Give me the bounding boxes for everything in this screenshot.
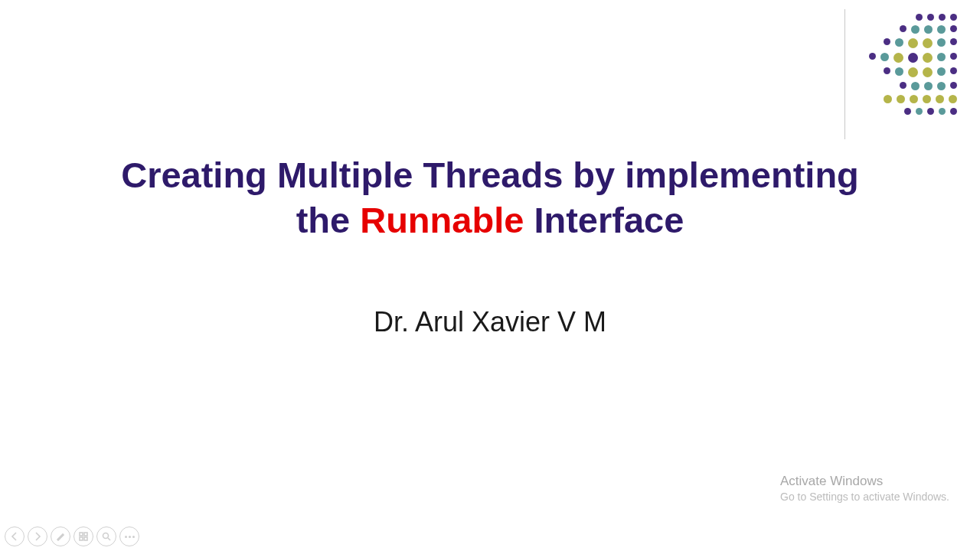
svg-point-4 xyxy=(103,533,109,539)
decorative-dot-grid xyxy=(869,14,957,115)
svg-rect-0 xyxy=(80,533,83,536)
grid-icon xyxy=(79,532,88,541)
chevron-right-icon xyxy=(33,532,42,541)
svg-rect-3 xyxy=(84,537,87,540)
pen-icon xyxy=(56,532,65,541)
slideshow-toolbar xyxy=(5,527,139,546)
watermark-line2: Go to Settings to activate Windows. xyxy=(780,490,949,505)
see-all-slides-button[interactable] xyxy=(74,527,93,546)
title-highlight-word: Runnable xyxy=(360,200,524,240)
slide-author: Dr. Arul Xavier V M xyxy=(46,306,934,338)
title-line1: Creating Multiple Threads by implementin… xyxy=(121,155,859,195)
slide-title: Creating Multiple Threads by implementin… xyxy=(46,153,934,243)
title-line2-pre: the xyxy=(296,200,361,240)
title-line2-post: Interface xyxy=(524,200,684,240)
chevron-left-icon xyxy=(10,532,19,541)
zoom-button[interactable] xyxy=(96,527,116,546)
svg-rect-1 xyxy=(84,533,87,536)
more-options-button[interactable] xyxy=(119,527,139,546)
magnifier-icon xyxy=(102,532,111,541)
header-divider xyxy=(844,9,845,139)
pen-tool-button[interactable] xyxy=(51,527,70,546)
prev-slide-button[interactable] xyxy=(5,527,24,546)
watermark-line1: Activate Windows xyxy=(780,472,949,491)
svg-rect-2 xyxy=(80,537,83,540)
next-slide-button[interactable] xyxy=(28,527,47,546)
windows-activation-watermark: Activate Windows Go to Settings to activ… xyxy=(780,472,949,505)
